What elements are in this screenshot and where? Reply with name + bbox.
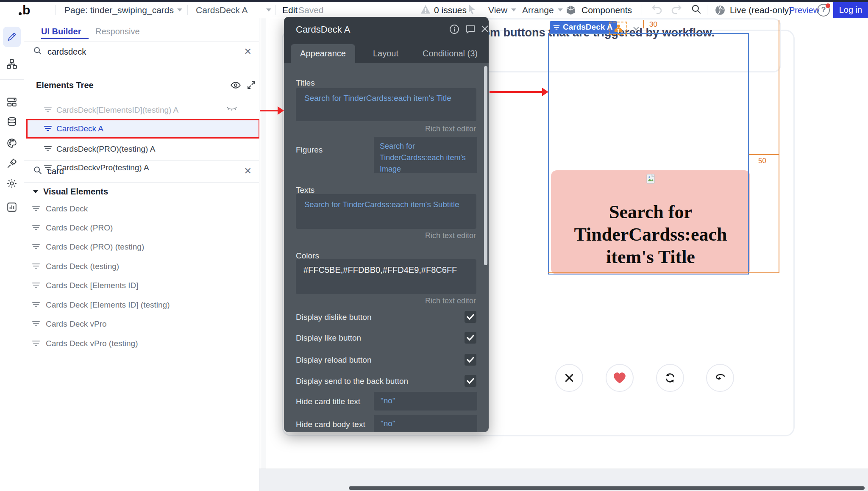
- rich-text-editor-hint[interactable]: Rich text editor: [425, 297, 476, 305]
- palette-item[interactable]: Cards Deck (PRO) (testing): [24, 237, 259, 256]
- elements-search[interactable]: ✕: [24, 42, 259, 62]
- section-collapse-icon: [33, 190, 39, 193]
- loop-arrow-icon: [714, 373, 726, 383]
- element-dropdown[interactable]: CardsDeck A: [196, 5, 271, 15]
- palette-item[interactable]: Cards Deck [Elements ID] (testing): [24, 295, 259, 314]
- close-icon: [564, 372, 575, 383]
- hide-title-value[interactable]: "no": [381, 396, 395, 405]
- components-menu[interactable]: Components: [565, 5, 632, 16]
- display-dislike-checkbox[interactable]: [465, 311, 476, 323]
- design-tab-icon[interactable]: [3, 27, 21, 47]
- pointer-arrow-head: [542, 88, 548, 96]
- tab-ui-builder[interactable]: UI Builder: [41, 27, 81, 36]
- hide-body-field[interactable]: "no": [374, 415, 477, 432]
- data-tab-icon[interactable]: [6, 117, 17, 129]
- clear-search-icon[interactable]: ✕: [244, 46, 252, 57]
- horizontal-scrollbar-thumb[interactable]: [349, 486, 865, 490]
- plugins-tab-icon[interactable]: [6, 158, 17, 171]
- dialog-body: Titles Search for TinderCardss:each item…: [284, 63, 489, 432]
- environment-dropdown[interactable]: Live (read-only): [715, 5, 792, 16]
- tree-row-hidden[interactable]: CardsDeck[ElementsID](testing) A: [24, 82, 259, 117]
- colors-value[interactable]: #FFC5BE,#FFDBB0,#FFD4E9,#F8C6FF: [303, 265, 457, 275]
- close-icon[interactable]: [480, 24, 490, 35]
- selected-element-badge[interactable]: CardsDeck A: [550, 21, 617, 33]
- view-menu[interactable]: View: [488, 5, 516, 15]
- settings-tab-icon[interactable]: [6, 178, 18, 191]
- display-like-checkbox[interactable]: [465, 332, 476, 344]
- property-editor-dialog[interactable]: CardsDeck A Appearance Layout Conditiona…: [284, 17, 489, 432]
- components-tab-icon[interactable]: [6, 97, 17, 109]
- dislike-button[interactable]: [555, 364, 583, 392]
- figures-label: Figures: [296, 145, 323, 155]
- checkbox-label: Display reload button: [296, 355, 372, 365]
- clear-search-icon[interactable]: ✕: [244, 166, 252, 177]
- palette-item[interactable]: Cards Deck: [24, 199, 259, 218]
- check-icon: [467, 335, 474, 341]
- measure-line-vertical: [779, 20, 779, 273]
- cursor-tool-icon[interactable]: [467, 4, 477, 16]
- tab-appearance[interactable]: Appearance: [291, 44, 355, 63]
- titles-field[interactable]: Search for TinderCardss:each item's Titl…: [296, 88, 476, 121]
- figures-field[interactable]: Search for TinderCardss:each item's Imag…: [374, 137, 477, 173]
- palette-search[interactable]: ✕: [24, 161, 259, 182]
- cards-deck-icon: [553, 24, 560, 31]
- notification-dot: [826, 3, 830, 8]
- tree-row[interactable]: CardsDeck(PRO)(testing) A: [24, 140, 259, 158]
- visual-elements-section[interactable]: Visual Elements: [33, 183, 108, 200]
- workflow-chip[interactable]: [609, 22, 627, 35]
- measure-line-bottom: [548, 272, 779, 273]
- workflow-tab-icon[interactable]: [6, 58, 17, 71]
- panel-scrollbar[interactable]: [261, 18, 266, 491]
- rich-text-editor-hint[interactable]: Rich text editor: [425, 125, 476, 133]
- texts-field[interactable]: Search for TinderCardss:each item's Subt…: [296, 194, 476, 229]
- redo-icon[interactable]: [670, 4, 682, 17]
- display-send-back-checkbox[interactable]: [465, 375, 476, 387]
- figures-value[interactable]: Search for TinderCardss:each item's Imag…: [380, 142, 466, 173]
- send-to-back-button[interactable]: [706, 364, 734, 392]
- colors-field[interactable]: #FFC5BE,#FFDBB0,#FFD4E9,#F8C6FF: [296, 259, 476, 294]
- dialog-header[interactable]: CardsDeck A Appearance Layout Conditiona…: [284, 17, 489, 63]
- palette-item[interactable]: Cards Deck [Elements ID]: [24, 276, 259, 295]
- palette-item[interactable]: Cards Deck vPro (testing): [24, 334, 259, 353]
- display-reload-checkbox[interactable]: [465, 354, 476, 366]
- logs-tab-icon[interactable]: [6, 202, 17, 214]
- hide-title-field[interactable]: "no": [374, 392, 477, 411]
- undo-icon[interactable]: [651, 4, 663, 17]
- measure-line-horizontal: [749, 154, 779, 155]
- comment-icon[interactable]: [465, 24, 476, 36]
- like-button[interactable]: [606, 364, 634, 392]
- separator: [707, 5, 707, 15]
- tab-layout[interactable]: Layout: [360, 44, 411, 63]
- elements-search-input[interactable]: [47, 47, 230, 57]
- texts-value[interactable]: Search for TinderCardss:each item's Subt…: [304, 200, 459, 209]
- tab-responsive[interactable]: Responsive: [95, 27, 140, 36]
- search-icon[interactable]: [691, 4, 702, 17]
- edit-menu[interactable]: Edit: [282, 5, 298, 15]
- dialog-scrollbar[interactable]: [484, 66, 487, 265]
- page-dropdown[interactable]: Page: tinder_swiping_cards: [64, 5, 182, 15]
- issues-counter[interactable]: 0 issues: [434, 5, 467, 15]
- reload-button[interactable]: [656, 364, 684, 392]
- styles-tab-icon[interactable]: [6, 138, 17, 150]
- titles-value[interactable]: Search for TinderCardss:each item's Titl…: [304, 94, 451, 103]
- palette-item[interactable]: Cards Deck (PRO): [24, 218, 259, 237]
- dialog-title: CardsDeck A: [296, 24, 350, 35]
- palette-item[interactable]: Cards Deck vPro: [24, 314, 259, 333]
- cards-deck-icon: [32, 242, 40, 252]
- tab-conditional[interactable]: Conditional (3): [415, 44, 486, 63]
- bubble-logo[interactable]: b: [19, 3, 30, 17]
- preview-button[interactable]: Preview: [789, 5, 819, 15]
- info-icon[interactable]: [449, 24, 459, 36]
- palette-item[interactable]: Cards Deck (testing): [24, 257, 259, 276]
- chevron-down-icon[interactable]: [633, 25, 639, 33]
- active-tab-underline: [41, 38, 89, 39]
- login-button[interactable]: Log in: [833, 2, 868, 18]
- tree-row-selected[interactable]: CardsDeck A: [26, 119, 260, 139]
- help-icon[interactable]: ?: [817, 4, 830, 17]
- palette-search-input[interactable]: [47, 166, 230, 176]
- hidden-eye-icon[interactable]: [226, 105, 237, 115]
- saved-status: Saved: [298, 5, 324, 15]
- rich-text-editor-hint[interactable]: Rich text editor: [425, 231, 476, 240]
- cards-deck-icon: [32, 261, 40, 272]
- hide-body-value[interactable]: "no": [381, 419, 395, 428]
